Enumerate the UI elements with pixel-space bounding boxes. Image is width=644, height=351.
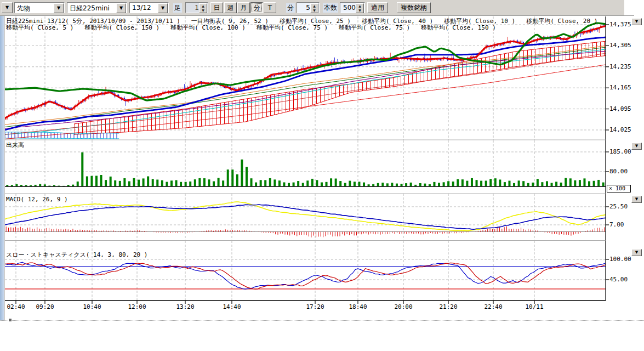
x-axis-label: 10/11 (522, 303, 546, 310)
y-axis-label: 100.00 (609, 256, 638, 263)
price-pane-menu-button[interactable]: ▼ (631, 18, 642, 25)
contract-month-value: 13/12 (132, 4, 151, 12)
multi-symbol-button[interactable]: 複数銘柄 (397, 2, 431, 13)
timeframe-tick-button[interactable]: T (264, 2, 276, 13)
x-axis-label: 20:00 (391, 303, 415, 310)
x-axis-label: 14:40 (220, 303, 244, 310)
chevron-down-icon[interactable]: ▼ (54, 3, 64, 13)
chart-canvas[interactable] (0, 0, 644, 351)
y-axis-label: 80.00 (609, 168, 638, 175)
chart-menu-dropdown-button[interactable]: ▼ (2, 2, 13, 13)
splitter-grip[interactable] (9, 319, 12, 321)
x-axis-label: 09:20 (33, 303, 57, 310)
timeframe-minute-button[interactable]: 分 (250, 2, 263, 13)
stochastics-pane-menu-button[interactable]: ▼ (631, 249, 642, 256)
market-select-value: 先物 (17, 4, 30, 13)
spinner-updown-icon[interactable]: ▲▼ (356, 3, 364, 13)
bar-count-spinner[interactable]: 500 ▲▼ (340, 2, 365, 13)
apply-button[interactable]: 適用 (367, 2, 388, 13)
y-axis-label: 25.50 (609, 203, 638, 210)
chevron-down-icon[interactable]: ▼ (158, 3, 168, 13)
macd-pane-menu-button[interactable]: ▼ (631, 196, 642, 203)
legend-item: 移動平均( Close, 75 ) (339, 24, 410, 31)
timeframe-week-button[interactable]: 週 (224, 2, 237, 13)
y-axis-label: 14,095 (609, 105, 638, 112)
y-axis-label: 14,165 (609, 84, 638, 91)
spinner-updown-icon[interactable]: ▲▼ (310, 3, 318, 13)
x-axis-label: 10:40 (80, 303, 104, 310)
toolbar-right-gap (624, 0, 634, 15)
x-axis-label: 18:40 (346, 303, 370, 310)
y-axis-label: 45.00 (609, 276, 638, 283)
x-axis-label: 02:40 (4, 303, 28, 310)
window-left-border (0, 15, 4, 320)
symbol-select-value: 日経225mini (70, 4, 110, 13)
legend-item: 移動平均( Close, 150 ) (421, 24, 496, 31)
bar-type-label: 足 (173, 3, 182, 13)
stochastics-pane-title: スロー・ストキャスティクス( 14, 3, 80, 20 ) (6, 251, 147, 259)
period-count-spinner[interactable]: 1 ▲▼ (185, 2, 208, 13)
indicator-legend-line2: 移動平均( Close, 5 )移動平均( Close, 150 )移動平均( … (6, 24, 507, 32)
bar-count-value: 500 (343, 4, 356, 12)
symbol-select[interactable]: 日経225mini ▼ (67, 2, 127, 13)
x-axis-label: 17:20 (303, 303, 327, 310)
x-axis-label: 22:40 (481, 303, 505, 310)
trading-chart-window: ▼ 先物 ▼ 日経225mini ▼ 13/12 ▼ 足 1 ▲▼ 日 週 月 … (0, 0, 644, 351)
period-count-value: 1 (195, 4, 199, 12)
y-axis-label: 14,305 (609, 42, 638, 49)
pane-splitter[interactable] (0, 320, 644, 321)
y-axis-label: 7.00 (609, 221, 638, 228)
legend-item: 移動平均( Close, 100 ) (170, 24, 246, 31)
x-axis-label: 21:20 (436, 303, 460, 310)
x-axis-label: 12:00 (125, 303, 149, 310)
volume-pane-menu-button[interactable]: ▼ (631, 143, 642, 150)
bar-count-label: 本数 (323, 3, 338, 13)
chart-left-edge (4, 15, 4, 320)
macd-pane-title: MACD( 12, 26, 9 ) (6, 196, 68, 203)
y-axis-label: 14,235 (609, 63, 638, 70)
timeframe-day-button[interactable]: 日 (210, 2, 223, 13)
legend-item: 移動平均( Close, 5 ) (6, 24, 73, 31)
contract-month-select[interactable]: 13/12 ▼ (129, 2, 169, 13)
toolbar: ▼ 先物 ▼ 日経225mini ▼ 13/12 ▼ 足 1 ▲▼ 日 週 月 … (0, 0, 634, 16)
chevron-down-icon[interactable]: ▼ (116, 3, 126, 13)
volume-unit-badge: × 100 (607, 185, 631, 193)
y-axis-label: 14,025 (609, 126, 638, 133)
spinner-updown-icon[interactable]: ▲▼ (199, 3, 207, 13)
legend-item: 移動平均( Close, 75 ) (257, 24, 328, 31)
minute-label: 分 (286, 3, 295, 13)
legend-item: 移動平均( Close, 20 ) (526, 18, 597, 25)
minute-value: 5 (306, 4, 310, 12)
minute-spinner[interactable]: 5 ▲▼ (297, 2, 320, 13)
timeframe-month-button[interactable]: 月 (237, 2, 250, 13)
x-axis-label: 13:20 (173, 303, 197, 310)
market-select[interactable]: 先物 ▼ (14, 2, 65, 13)
volume-pane-title: 出来高 (6, 141, 24, 149)
legend-item: 移動平均( Close, 150 ) (84, 24, 159, 31)
